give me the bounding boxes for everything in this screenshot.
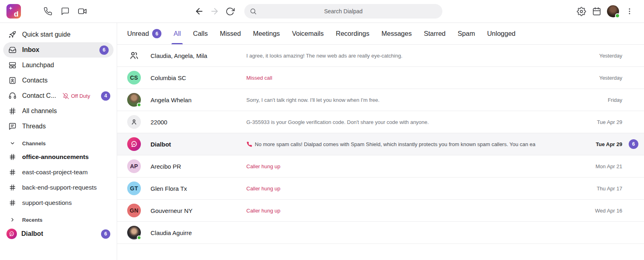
sidebar-item-launchpad[interactable]: Launchpad bbox=[0, 58, 117, 73]
sidebar-item-all-channels[interactable]: All channels bbox=[0, 103, 117, 119]
channel-name: back-end-support-requests bbox=[22, 184, 97, 191]
video-icon[interactable] bbox=[78, 6, 87, 16]
preview-text: I agree, it looks amazing! The new web a… bbox=[246, 53, 402, 59]
sidebar-item-label: Launchpad bbox=[22, 62, 54, 69]
tab[interactable]: Recordings bbox=[336, 23, 369, 44]
tab[interactable]: Meetings bbox=[253, 23, 280, 44]
contact-center-badge: 4 bbox=[101, 91, 110, 101]
sidebar: Quick start guide Inbox 6 Launchpad Cont… bbox=[0, 23, 117, 260]
tab[interactable]: Starred bbox=[424, 23, 446, 44]
conversation-timestamp: Wed Apr 16 bbox=[586, 208, 622, 214]
threads-icon bbox=[8, 122, 17, 130]
tab-label: Recordings bbox=[336, 30, 369, 37]
conversation-name: Gouverneur NY bbox=[151, 207, 246, 214]
forward-icon[interactable] bbox=[210, 6, 219, 16]
sidebar-item-quick-start-guide[interactable]: Quick start guide bbox=[0, 27, 117, 42]
sidebar-item-inbox[interactable]: Inbox 6 bbox=[3, 42, 114, 58]
sidebar-channel-item[interactable]: back-end-support-requests bbox=[0, 180, 117, 195]
inbox-unread-badge: 6 bbox=[99, 45, 109, 55]
tab[interactable]: All bbox=[173, 23, 181, 44]
tab-label: Calls bbox=[193, 30, 208, 37]
tab-label: Missed bbox=[220, 30, 241, 37]
presence-dot bbox=[615, 13, 620, 18]
conversation-row[interactable]: 22000 G-355933 is your Google verificati… bbox=[117, 111, 644, 133]
conversation-preview: G-355933 is your Google verification cod… bbox=[246, 119, 586, 125]
calendar-icon[interactable] bbox=[592, 6, 601, 16]
sidebar-channel-item[interactable]: office-announcements bbox=[0, 149, 117, 165]
refresh-icon[interactable] bbox=[225, 6, 235, 16]
search-bar[interactable] bbox=[244, 4, 442, 19]
conversation-row[interactable]: GT Glen Flora Tx Caller hung up Thu Apr … bbox=[117, 177, 644, 200]
tab[interactable]: Missed bbox=[220, 23, 241, 44]
settings-gear-icon[interactable] bbox=[576, 6, 586, 16]
dialpad-logo[interactable]: d bbox=[6, 4, 21, 19]
inbox-tabs: Unread 6 All Calls Missed bbox=[117, 23, 644, 45]
avatar bbox=[127, 115, 141, 129]
search-input[interactable] bbox=[244, 8, 442, 15]
tab-label: Meetings bbox=[253, 30, 280, 37]
tab-label: All bbox=[173, 30, 181, 37]
conversation-row[interactable]: Claudia Aguirre bbox=[117, 222, 644, 244]
avatar bbox=[127, 137, 141, 151]
tab[interactable]: Calls bbox=[193, 23, 208, 44]
initials-avatar: CS bbox=[127, 71, 141, 85]
recents-section-label: Recents bbox=[22, 217, 43, 223]
initials-avatar: GN bbox=[127, 204, 141, 217]
conversation-timestamp: Thu Apr 17 bbox=[586, 186, 622, 192]
hash-icon bbox=[8, 107, 17, 115]
conversation-name: Arecibo PR bbox=[151, 163, 246, 170]
phone-icon[interactable] bbox=[43, 6, 53, 16]
tab-label: Messages bbox=[382, 30, 412, 37]
channel-name: support-questions bbox=[22, 199, 72, 206]
conversation-preview: Caller hung up bbox=[246, 186, 586, 192]
sidebar-item-label: Inbox bbox=[22, 46, 39, 54]
conversation-row[interactable]: CS Columbia SC Missed call Yesterday bbox=[117, 67, 644, 89]
sparkle-icon bbox=[8, 6, 13, 10]
tab-unread-badge: 6 bbox=[152, 29, 161, 38]
avatar: GT bbox=[127, 182, 141, 195]
channels-section-header[interactable]: Channels bbox=[0, 137, 117, 149]
conversation-row[interactable]: Angela Whelan Sorry, I can't talk right … bbox=[117, 89, 644, 111]
sidebar-channel-item[interactable]: support-questions bbox=[0, 195, 117, 210]
tab-label: Unread bbox=[127, 30, 149, 37]
sidebar-item-contacts[interactable]: Contacts bbox=[0, 73, 117, 88]
recents-section-header[interactable]: Recents bbox=[0, 214, 117, 226]
conversation-preview: Sorry, I can't talk right now. I'll let … bbox=[246, 97, 586, 103]
dialbot-badge: 6 bbox=[101, 229, 110, 239]
channels-section-label: Channels bbox=[22, 140, 46, 147]
sidebar-item-contact-center[interactable]: Contact C... Off Duty 4 bbox=[0, 88, 117, 103]
topbar-left: d bbox=[0, 4, 87, 19]
tab[interactable]: Voicemails bbox=[292, 23, 324, 44]
chat-icon[interactable] bbox=[60, 6, 70, 16]
topbar-nav bbox=[194, 0, 442, 23]
tab[interactable]: Unread 6 bbox=[127, 23, 161, 44]
sidebar-item-threads[interactable]: Threads bbox=[0, 119, 117, 134]
user-avatar[interactable] bbox=[607, 5, 619, 17]
back-icon[interactable] bbox=[194, 6, 204, 16]
logo-letter: d bbox=[14, 10, 19, 18]
conversation-row[interactable]: Claudia, Angela, Mila I agree, it looks … bbox=[117, 45, 644, 67]
inbox-icon bbox=[8, 46, 17, 54]
hash-icon bbox=[8, 199, 17, 206]
channel-name: east-coast-project-team bbox=[22, 169, 88, 176]
avatar bbox=[127, 93, 141, 107]
preview-text: G-355933 is your Google verification cod… bbox=[246, 119, 429, 125]
tab[interactable]: Unlogged bbox=[487, 23, 516, 44]
tab[interactable]: Messages bbox=[382, 23, 412, 44]
tab-label: Starred bbox=[424, 30, 446, 37]
sidebar-channel-item[interactable]: east-coast-project-team bbox=[0, 165, 117, 180]
conversation-row[interactable]: GN Gouverneur NY Caller hung up Wed Apr … bbox=[117, 200, 644, 222]
avatar: GN bbox=[127, 204, 141, 217]
conversation-row[interactable]: AP Arecibo PR Caller hung up Mon Apr 21 bbox=[117, 155, 644, 177]
conversation-name: Claudia, Angela, Mila bbox=[151, 52, 246, 59]
conversation-row[interactable]: Dialbot No more spam calls! Dialpad come… bbox=[117, 133, 644, 155]
sidebar-item-label: All channels bbox=[22, 107, 57, 115]
inbox-main: Unread 6 All Calls Missed bbox=[117, 23, 644, 260]
tab-label: Voicemails bbox=[292, 30, 324, 37]
sidebar-item-dialbot[interactable]: Dialbot 6 bbox=[0, 226, 117, 242]
sidebar-item-label: Contacts bbox=[22, 77, 47, 84]
conversation-name: Columbia SC bbox=[151, 74, 246, 81]
kebab-menu-icon[interactable] bbox=[625, 6, 634, 16]
off-duty-status: Off Duty bbox=[63, 93, 90, 99]
tab[interactable]: Spam bbox=[458, 23, 475, 44]
